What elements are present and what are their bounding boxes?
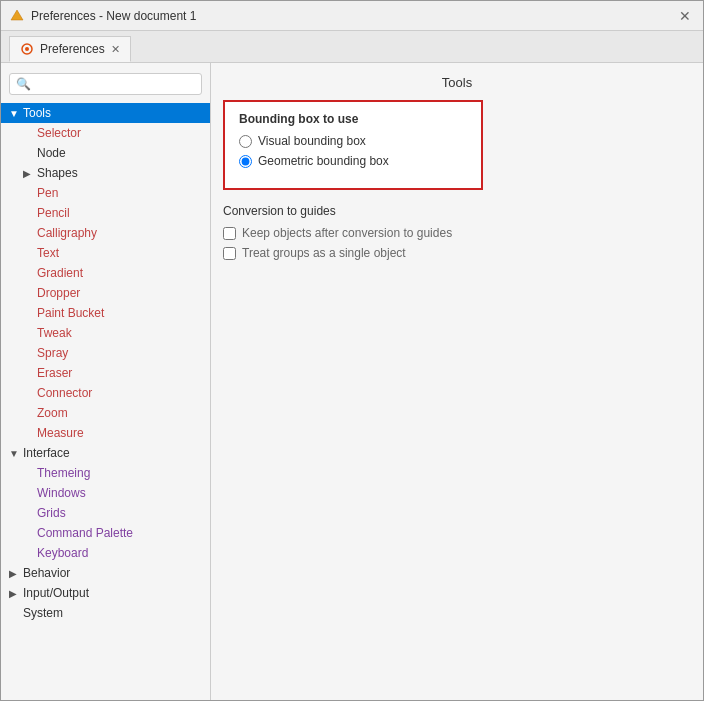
window-title: Preferences - New document 1 — [31, 9, 675, 23]
search-icon: 🔍 — [16, 77, 31, 91]
main-panel: Tools Bounding box to use Visual boundin… — [211, 63, 703, 700]
content-area: 🔍 ▼ Tools Selector Node ▶ Shapes — [1, 63, 703, 700]
sidebar-item-node-label: Node — [37, 146, 66, 160]
bounding-box-heading: Bounding box to use — [239, 112, 467, 126]
sidebar-item-eraser-label: Eraser — [37, 366, 72, 380]
search-box[interactable]: 🔍 — [9, 73, 202, 95]
sidebar-item-input-output-label: Input/Output — [23, 586, 89, 600]
preferences-tab[interactable]: Preferences ✕ — [9, 36, 131, 62]
sidebar-item-tools-label: Tools — [23, 106, 51, 120]
sidebar-item-pencil-label: Pencil — [37, 206, 70, 220]
sidebar-item-text[interactable]: Text — [1, 243, 210, 263]
geometric-bounding-box-option[interactable]: Geometric bounding box — [239, 154, 467, 168]
sidebar-item-themeing-label: Themeing — [37, 466, 90, 480]
sidebar-item-paint-bucket-label: Paint Bucket — [37, 306, 104, 320]
sidebar-item-measure[interactable]: Measure — [1, 423, 210, 443]
sidebar-item-behavior[interactable]: ▶ Behavior — [1, 563, 210, 583]
tools-arrow: ▼ — [9, 108, 23, 119]
tab-close-button[interactable]: ✕ — [111, 43, 120, 56]
sidebar-item-input-output[interactable]: ▶ Input/Output — [1, 583, 210, 603]
sidebar-item-tweak[interactable]: Tweak — [1, 323, 210, 343]
sidebar-item-system[interactable]: System — [1, 603, 210, 623]
preferences-tab-label: Preferences — [40, 42, 105, 56]
sidebar-item-gradient[interactable]: Gradient — [1, 263, 210, 283]
sidebar-item-selector-label: Selector — [37, 126, 81, 140]
sidebar-item-grids[interactable]: Grids — [1, 503, 210, 523]
sidebar-item-tools[interactable]: ▼ Tools — [1, 103, 210, 123]
sidebar-item-system-label: System — [23, 606, 63, 620]
sidebar-item-behavior-label: Behavior — [23, 566, 70, 580]
sidebar-item-eraser[interactable]: Eraser — [1, 363, 210, 383]
keep-objects-label: Keep objects after conversion to guides — [242, 226, 452, 240]
sidebar-item-keyboard[interactable]: Keyboard — [1, 543, 210, 563]
sidebar-item-connector-label: Connector — [37, 386, 92, 400]
geometric-bounding-box-label: Geometric bounding box — [258, 154, 389, 168]
svg-marker-0 — [11, 10, 23, 20]
panel-title: Tools — [223, 75, 691, 90]
treat-groups-checkbox[interactable] — [223, 247, 236, 260]
title-bar: Preferences - New document 1 ✕ — [1, 1, 703, 31]
shapes-arrow: ▶ — [23, 168, 37, 179]
sidebar-item-selector[interactable]: Selector — [1, 123, 210, 143]
input-output-arrow: ▶ — [9, 588, 23, 599]
conversion-section: Conversion to guides Keep objects after … — [223, 204, 691, 260]
sidebar-item-pencil[interactable]: Pencil — [1, 203, 210, 223]
sidebar-item-spray-label: Spray — [37, 346, 68, 360]
sidebar-item-grids-label: Grids — [37, 506, 66, 520]
preferences-tab-icon — [20, 42, 34, 56]
sidebar-item-shapes-label: Shapes — [37, 166, 78, 180]
sidebar-item-text-label: Text — [37, 246, 59, 260]
sidebar-item-zoom-label: Zoom — [37, 406, 68, 420]
tab-bar: Preferences ✕ — [1, 31, 703, 63]
sidebar-item-zoom[interactable]: Zoom — [1, 403, 210, 423]
geometric-bounding-box-radio[interactable] — [239, 155, 252, 168]
interface-arrow: ▼ — [9, 448, 23, 459]
sidebar-item-calligraphy-label: Calligraphy — [37, 226, 97, 240]
treat-groups-label: Treat groups as a single object — [242, 246, 406, 260]
behavior-arrow: ▶ — [9, 568, 23, 579]
sidebar-item-node[interactable]: Node — [1, 143, 210, 163]
sidebar-item-keyboard-label: Keyboard — [37, 546, 88, 560]
sidebar-item-dropper[interactable]: Dropper — [1, 283, 210, 303]
visual-bounding-box-option[interactable]: Visual bounding box — [239, 134, 467, 148]
sidebar-item-pen-label: Pen — [37, 186, 58, 200]
sidebar-item-interface[interactable]: ▼ Interface — [1, 443, 210, 463]
app-icon — [9, 8, 25, 24]
sidebar-item-tweak-label: Tweak — [37, 326, 72, 340]
sidebar-item-connector[interactable]: Connector — [1, 383, 210, 403]
close-button[interactable]: ✕ — [675, 6, 695, 26]
sidebar-item-pen[interactable]: Pen — [1, 183, 210, 203]
treat-groups-option[interactable]: Treat groups as a single object — [223, 246, 691, 260]
sidebar-item-windows-label: Windows — [37, 486, 86, 500]
keep-objects-option[interactable]: Keep objects after conversion to guides — [223, 226, 691, 240]
sidebar: 🔍 ▼ Tools Selector Node ▶ Shapes — [1, 63, 211, 700]
sidebar-item-spray[interactable]: Spray — [1, 343, 210, 363]
visual-bounding-box-radio[interactable] — [239, 135, 252, 148]
sidebar-item-windows[interactable]: Windows — [1, 483, 210, 503]
keep-objects-checkbox[interactable] — [223, 227, 236, 240]
sidebar-item-dropper-label: Dropper — [37, 286, 80, 300]
sidebar-item-command-palette[interactable]: Command Palette — [1, 523, 210, 543]
sidebar-item-interface-label: Interface — [23, 446, 70, 460]
sidebar-item-measure-label: Measure — [37, 426, 84, 440]
sidebar-item-shapes[interactable]: ▶ Shapes — [1, 163, 210, 183]
svg-point-2 — [25, 47, 29, 51]
sidebar-item-command-palette-label: Command Palette — [37, 526, 133, 540]
search-input[interactable] — [35, 77, 195, 91]
visual-bounding-box-label: Visual bounding box — [258, 134, 366, 148]
sidebar-item-gradient-label: Gradient — [37, 266, 83, 280]
sidebar-item-calligraphy[interactable]: Calligraphy — [1, 223, 210, 243]
main-window: Preferences - New document 1 ✕ Preferenc… — [0, 0, 704, 701]
bounding-box-section: Bounding box to use Visual bounding box … — [223, 100, 483, 190]
sidebar-item-paint-bucket[interactable]: Paint Bucket — [1, 303, 210, 323]
sidebar-item-themeing[interactable]: Themeing — [1, 463, 210, 483]
conversion-heading: Conversion to guides — [223, 204, 691, 218]
